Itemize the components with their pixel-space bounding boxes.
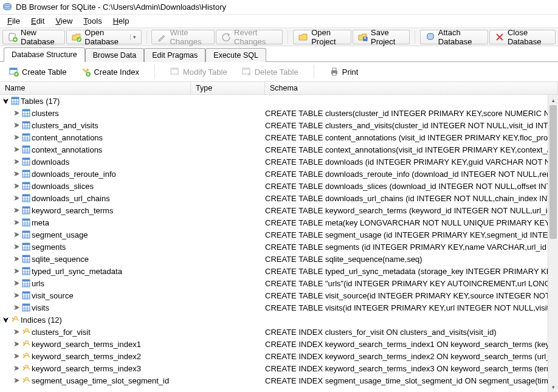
- expand-arrow-icon[interactable]: ⮞: [13, 122, 21, 129]
- expand-arrow-icon[interactable]: ⮞: [13, 195, 21, 202]
- expand-arrow-icon[interactable]: ⮞: [13, 232, 21, 238]
- table-row[interactable]: ⮞segmentsCREATE TABLE segments (id INTEG…: [0, 241, 558, 253]
- expand-arrow-icon[interactable]: ⮞: [13, 280, 21, 287]
- menu-view[interactable]: View: [50, 15, 77, 27]
- table-icon: [21, 157, 32, 166]
- close-database-button[interactable]: Close Database: [489, 30, 556, 44]
- menu-help[interactable]: Help: [108, 15, 134, 27]
- column-header-name[interactable]: Name: [0, 82, 191, 94]
- table-row[interactable]: ⮞downloadsCREATE TABLE downloads (id INT…: [0, 156, 558, 168]
- expand-arrow-icon[interactable]: ⮞: [13, 329, 21, 335]
- expand-arrow-icon[interactable]: ⮞: [13, 256, 21, 263]
- scroll-up-button[interactable]: ▴: [548, 95, 558, 105]
- column-header-schema[interactable]: Schema: [265, 82, 558, 94]
- write-changes-button[interactable]: Write Changes: [151, 30, 215, 44]
- tab-edit-pragmas[interactable]: Edit Pragmas: [144, 48, 205, 62]
- index-row[interactable]: ⮞keyword_search_terms_index3CREATE INDEX…: [0, 362, 558, 374]
- svg-rect-9: [10, 68, 17, 70]
- open-project-button[interactable]: Open Project: [293, 30, 351, 44]
- save-project-button[interactable]: Save Project: [353, 30, 410, 44]
- table-row[interactable]: ⮞typed_url_sync_metadataCREATE TABLE typ…: [0, 265, 558, 277]
- table-row[interactable]: ⮞clustersCREATE TABLE clusters(cluster_i…: [0, 107, 558, 119]
- print-button[interactable]: Print: [324, 64, 364, 79]
- vertical-scrollbar[interactable]: ▴ ▾: [548, 95, 558, 392]
- expand-arrow-icon[interactable]: ⮞: [13, 304, 21, 311]
- table-row[interactable]: ⮞downloads_slicesCREATE TABLE downloads_…: [0, 180, 558, 192]
- create-index-button[interactable]: Create Index: [75, 64, 144, 79]
- table-schema: CREATE TABLE downloads_url_chains (id IN…: [265, 194, 558, 203]
- column-header-type[interactable]: Type: [191, 82, 265, 94]
- table-row[interactable]: ⮞segment_usageCREATE TABLE segment_usage…: [0, 229, 558, 241]
- expand-arrow-icon[interactable]: ⮞: [13, 219, 21, 226]
- tab-database-structure[interactable]: Database Structure: [4, 47, 85, 62]
- open-database-dropdown[interactable]: ▾: [130, 34, 136, 40]
- table-schema: CREATE TABLE "urls"(id INTEGER PRIMARY K…: [265, 279, 558, 288]
- expand-arrow-icon[interactable]: ⮟: [2, 317, 10, 323]
- group-tables[interactable]: ⮟Tables (17): [0, 95, 558, 107]
- create-table-button[interactable]: Create Table: [4, 64, 72, 79]
- expand-arrow-icon[interactable]: ⮞: [13, 268, 21, 275]
- index-icon: [21, 352, 32, 360]
- table-row[interactable]: ⮞downloads_url_chainsCREATE TABLE downlo…: [0, 192, 558, 204]
- table-row[interactable]: ⮞visit_sourceCREATE TABLE visit_source(i…: [0, 289, 558, 301]
- expand-arrow-icon[interactable]: ⮞: [13, 365, 21, 372]
- svg-rect-45: [22, 146, 30, 148]
- menu-file[interactable]: File: [2, 15, 25, 27]
- svg-rect-39: [22, 134, 30, 136]
- group-indices[interactable]: ⮟Indices (12): [0, 314, 558, 326]
- expand-arrow-icon[interactable]: ⮞: [13, 292, 21, 299]
- tab-execute-sql[interactable]: Execute SQL: [205, 48, 266, 62]
- expand-arrow-icon[interactable]: ⮞: [13, 183, 21, 190]
- open-database-button[interactable]: Open Database ▾: [66, 30, 141, 44]
- table-name: content_annotations: [32, 133, 103, 142]
- revert-changes-button[interactable]: Revert Changes: [216, 30, 283, 44]
- table-row[interactable]: ⮞downloads_reroute_infoCREATE TABLE down…: [0, 168, 558, 180]
- table-name: downloads_slices: [32, 182, 94, 191]
- scroll-down-button[interactable]: ▾: [548, 382, 558, 392]
- save-project-icon: [358, 32, 368, 42]
- table-icon: [21, 279, 32, 287]
- svg-rect-93: [22, 243, 30, 245]
- table-row[interactable]: ⮞urlsCREATE TABLE "urls"(id INTEGER PRIM…: [0, 277, 558, 289]
- table-icon: [21, 230, 32, 239]
- attach-database-button[interactable]: Attach Database: [420, 30, 488, 44]
- table-name: clusters: [32, 109, 59, 118]
- expand-arrow-icon[interactable]: ⮞: [13, 377, 21, 384]
- expand-arrow-icon[interactable]: ⮞: [13, 244, 21, 250]
- table-name: urls: [32, 279, 44, 288]
- new-database-button[interactable]: New Database: [2, 30, 65, 44]
- delete-table-button[interactable]: Delete Table: [236, 64, 304, 79]
- table-row[interactable]: ⮞clusters_and_visitsCREATE TABLE cluster…: [0, 119, 558, 131]
- table-row[interactable]: ⮞visitsCREATE TABLE visits(id INTEGER PR…: [0, 301, 558, 314]
- menu-tools[interactable]: Tools: [78, 15, 106, 27]
- menu-edit[interactable]: Edit: [26, 15, 49, 27]
- table-icon: [21, 267, 32, 275]
- table-row[interactable]: ⮞context_annotationsCREATE TABLE context…: [0, 143, 558, 156]
- expand-arrow-icon[interactable]: ⮞: [13, 341, 21, 348]
- tab-browse-data[interactable]: Browse Data: [85, 48, 145, 62]
- table-name: downloads_reroute_info: [32, 170, 116, 179]
- svg-rect-87: [22, 231, 30, 233]
- table-schema: CREATE TABLE sqlite_sequence(name,seq): [265, 255, 558, 264]
- table-row[interactable]: ⮞metaCREATE TABLE meta(key LONGVARCHAR N…: [0, 216, 558, 229]
- expand-arrow-icon[interactable]: ⮞: [13, 171, 21, 177]
- expand-arrow-icon[interactable]: ⮞: [13, 134, 21, 141]
- index-row[interactable]: ⮞clusters_for_visitCREATE INDEX clusters…: [0, 326, 558, 338]
- expand-arrow-icon[interactable]: ⮞: [13, 146, 21, 153]
- scroll-thumb[interactable]: [549, 105, 557, 239]
- expand-arrow-icon[interactable]: ⮞: [13, 159, 21, 165]
- index-row[interactable]: ⮞keyword_search_terms_index1CREATE INDEX…: [0, 338, 558, 350]
- modify-table-button[interactable]: Modify Table: [165, 64, 233, 79]
- close-database-icon: [495, 32, 505, 42]
- expand-arrow-icon[interactable]: ⮞: [13, 207, 21, 214]
- svg-rect-27: [22, 109, 30, 111]
- index-row[interactable]: ⮞keyword_search_terms_index2CREATE INDEX…: [0, 350, 558, 362]
- table-row[interactable]: ⮞sqlite_sequenceCREATE TABLE sqlite_sequ…: [0, 253, 558, 265]
- expand-arrow-icon[interactable]: ⮞: [13, 353, 21, 360]
- index-row[interactable]: ⮞segment_usage_time_slot_segment_idCREAT…: [0, 374, 558, 387]
- table-row[interactable]: ⮞content_annotationsCREATE TABLE content…: [0, 131, 558, 143]
- expand-arrow-icon[interactable]: ⮞: [13, 110, 21, 117]
- new-database-icon: [8, 32, 18, 42]
- expand-arrow-icon[interactable]: ⮟: [2, 98, 10, 105]
- table-row[interactable]: ⮞keyword_search_termsCREATE TABLE keywor…: [0, 204, 558, 216]
